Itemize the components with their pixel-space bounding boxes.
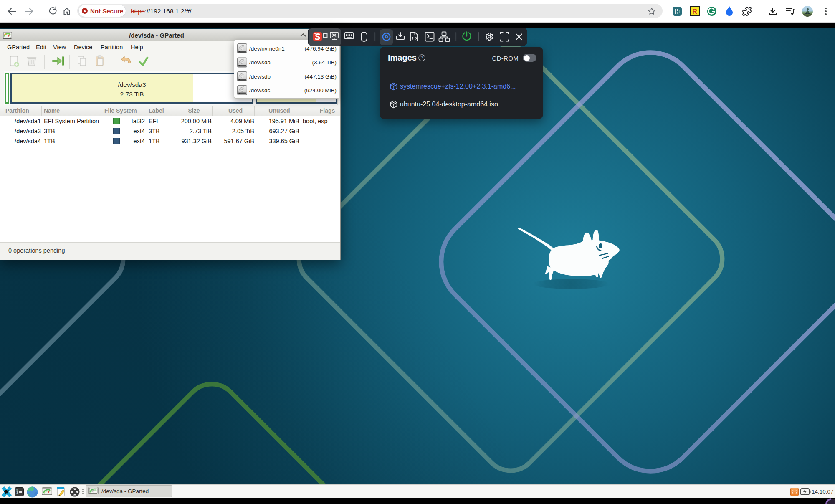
svg-text:?: ?	[421, 55, 423, 60]
